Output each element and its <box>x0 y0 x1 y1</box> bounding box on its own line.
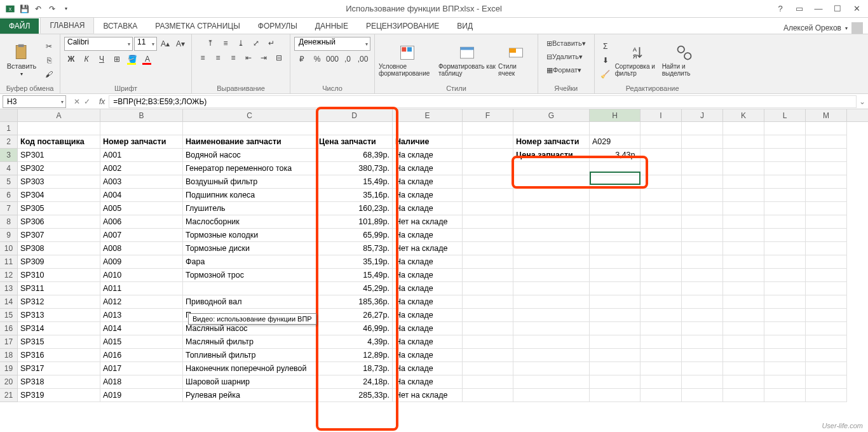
enter-formula-icon[interactable]: ✓ <box>84 97 90 106</box>
find-select-button[interactable]: Найти и выделить <box>662 39 707 82</box>
decrease-decimal-icon[interactable]: ,00 <box>356 53 370 65</box>
comma-format-icon[interactable]: 000 <box>325 53 339 65</box>
fill-icon[interactable]: ⬇ <box>599 54 613 67</box>
col-header-J[interactable]: J <box>682 109 723 121</box>
expand-formula-bar-icon[interactable]: ⌄ <box>857 97 868 106</box>
col-header-C[interactable]: C <box>183 109 316 121</box>
row-header[interactable]: 5 <box>0 175 18 189</box>
maximize-icon[interactable]: ☐ <box>829 2 846 16</box>
bold-icon[interactable]: Ж <box>64 53 78 65</box>
name-box[interactable]: H3▾ <box>3 95 66 108</box>
row-header[interactable]: 2 <box>0 135 18 149</box>
tab-review[interactable]: РЕЦЕНЗИРОВАНИЕ <box>357 18 448 34</box>
qat-dropdown-icon[interactable]: ▾ <box>60 3 72 15</box>
border-icon[interactable]: ⊞ <box>110 53 124 65</box>
paste-button[interactable]: Вставить ▾ <box>4 39 39 82</box>
row-header[interactable]: 16 <box>0 322 18 335</box>
number-format-select[interactable]: Денежный▾ <box>294 37 370 51</box>
row-header[interactable]: 4 <box>0 162 18 175</box>
avatar[interactable] <box>851 22 863 34</box>
col-header-D[interactable]: D <box>316 109 393 121</box>
col-header-M[interactable]: M <box>806 109 847 121</box>
decrease-font-icon[interactable]: A▾ <box>173 37 187 50</box>
autosum-icon[interactable]: Σ <box>599 40 613 53</box>
underline-icon[interactable]: Ч <box>95 53 109 65</box>
align-bottom-icon[interactable]: ⤓ <box>234 37 248 50</box>
col-header-G[interactable]: G <box>513 109 590 121</box>
save-icon[interactable]: 💾 <box>18 3 31 15</box>
excel-icon[interactable]: X <box>4 3 17 15</box>
row-header[interactable]: 14 <box>0 295 18 309</box>
tab-file[interactable]: ФАЙЛ <box>0 18 39 34</box>
close-icon[interactable]: ✕ <box>848 2 865 16</box>
font-name-select[interactable]: Calibri▾ <box>64 37 133 51</box>
row-header[interactable]: 13 <box>0 282 18 295</box>
accounting-format-icon[interactable]: ₽ <box>295 53 309 65</box>
row-header[interactable]: 1 <box>0 122 18 135</box>
tab-insert[interactable]: ВСТАВКА <box>94 18 146 34</box>
tab-formulas[interactable]: ФОРМУЛЫ <box>249 18 306 34</box>
wrap-text-icon[interactable]: ↵ <box>264 37 278 50</box>
align-left-icon[interactable]: ≡ <box>196 51 210 64</box>
insert-cells-button[interactable]: ⊞ Вставить ▾ <box>542 37 590 50</box>
row-header[interactable]: 20 <box>0 375 18 389</box>
increase-decimal-icon[interactable]: ,0 <box>341 53 355 65</box>
delete-cells-button[interactable]: ⊟ Удалить ▾ <box>542 50 587 63</box>
conditional-formatting-button[interactable]: Условное форматирование <box>379 39 436 82</box>
col-header-B[interactable]: B <box>100 109 183 121</box>
row-header[interactable]: 11 <box>0 255 18 269</box>
select-all-button[interactable] <box>0 109 18 121</box>
cut-icon[interactable]: ✂ <box>42 40 56 53</box>
col-header-A[interactable]: A <box>18 109 100 121</box>
col-header-K[interactable]: K <box>723 109 764 121</box>
row-header[interactable]: 3 <box>0 149 18 162</box>
align-top-icon[interactable]: ⤒ <box>203 37 217 50</box>
help-icon[interactable]: ? <box>771 2 789 16</box>
minimize-icon[interactable]: — <box>810 2 827 16</box>
sort-filter-button[interactable]: AЯСортировка и фильтр <box>615 39 660 82</box>
tab-layout[interactable]: РАЗМЕТКА СТРАНИЦЫ <box>146 18 249 34</box>
row-header[interactable]: 12 <box>0 269 18 282</box>
row-header[interactable]: 21 <box>0 389 18 402</box>
col-header-L[interactable]: L <box>764 109 806 121</box>
spreadsheet-grid[interactable]: A B C D E F G H I J K L M 1 2 Код постав… <box>0 109 868 402</box>
percent-format-icon[interactable]: % <box>310 53 324 65</box>
row-header[interactable]: 10 <box>0 242 18 255</box>
align-right-icon[interactable]: ≡ <box>226 51 240 64</box>
row-header[interactable]: 19 <box>0 362 18 375</box>
orientation-icon[interactable]: ⤢ <box>249 37 263 50</box>
fill-color-icon[interactable]: 🪣 <box>125 53 139 65</box>
format-cells-button[interactable]: ▦ Формат ▾ <box>542 64 586 76</box>
row-header[interactable]: 18 <box>0 349 18 362</box>
tab-view[interactable]: ВИД <box>448 18 482 34</box>
col-header-I[interactable]: I <box>641 109 682 121</box>
undo-icon[interactable]: ↶ <box>32 3 44 15</box>
increase-indent-icon[interactable]: ⇥ <box>257 51 271 64</box>
user-area[interactable]: Алексей Орехов ▾ <box>783 22 868 34</box>
italic-icon[interactable]: К <box>79 53 93 65</box>
font-color-icon[interactable]: A <box>140 53 154 65</box>
font-size-select[interactable]: 11▾ <box>134 37 157 51</box>
row-header[interactable]: 9 <box>0 229 18 242</box>
row-header[interactable]: 6 <box>0 189 18 202</box>
format-as-table-button[interactable]: Форматировать как таблицу <box>438 39 496 82</box>
col-header-H[interactable]: H <box>590 109 641 121</box>
decrease-indent-icon[interactable]: ⇤ <box>241 51 255 64</box>
ribbon-options-icon[interactable]: ▭ <box>790 2 808 16</box>
col-header-E[interactable]: E <box>393 109 463 121</box>
row-header[interactable]: 8 <box>0 215 18 229</box>
increase-font-icon[interactable]: A▴ <box>158 37 172 50</box>
copy-icon[interactable]: ⎘ <box>42 54 56 67</box>
align-center-icon[interactable]: ≡ <box>211 51 225 64</box>
format-painter-icon[interactable]: 🖌 <box>42 68 56 81</box>
tab-data[interactable]: ДАННЫЕ <box>306 18 357 34</box>
fx-icon[interactable]: fx <box>95 97 109 106</box>
user-dropdown-icon[interactable]: ▾ <box>845 25 848 31</box>
merge-icon[interactable]: ⊟ <box>272 51 286 64</box>
cancel-formula-icon[interactable]: ✕ <box>74 97 80 106</box>
tab-home[interactable]: ГЛАВНАЯ <box>40 17 94 34</box>
cell-styles-button[interactable]: Стили ячеек <box>498 39 534 82</box>
formula-input[interactable]: =ВПР(H2;B3:E59;3;ЛОЖЬ) <box>109 95 857 108</box>
row-header[interactable]: 15 <box>0 309 18 322</box>
row-header[interactable]: 7 <box>0 202 18 215</box>
